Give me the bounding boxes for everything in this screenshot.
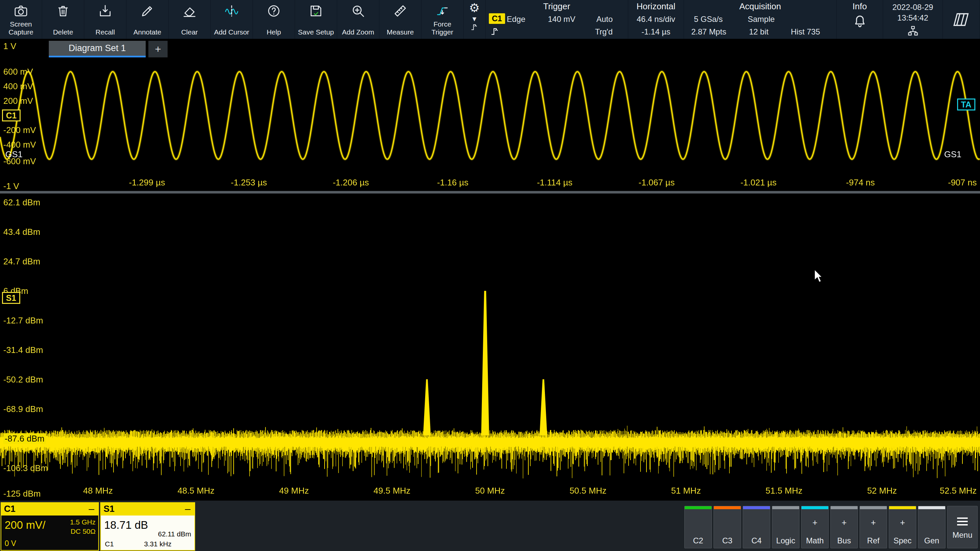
measure-button[interactable]: Measure <box>379 0 422 39</box>
acquisition-mode[interactable]: Sample <box>748 14 775 24</box>
acquisition-sample-rate[interactable]: 5 GSa/s <box>694 14 723 24</box>
c1-offset: 0 V <box>5 539 16 548</box>
spec-x-tick: 51.5 MHz <box>765 486 802 496</box>
trigger-section[interactable]: Trigger C1 Edge 140 mV Auto Trg'd <box>485 0 628 39</box>
c1-minimize-button[interactable]: – <box>86 504 97 514</box>
trigger-annotation-badge[interactable]: TA <box>957 98 975 110</box>
ruler-icon <box>393 3 407 19</box>
channel-button-c3[interactable]: C3 <box>714 506 741 548</box>
annotate-button[interactable]: Annotate <box>126 0 169 39</box>
trigger-title: Trigger <box>485 1 628 12</box>
waveform-plot[interactable] <box>0 39 980 191</box>
spec-x-tick: 52.5 MHz <box>940 486 977 496</box>
trash-icon <box>56 3 70 19</box>
magnifier-icon <box>351 3 365 19</box>
spec-y-tick: 24.7 dBm <box>3 256 40 267</box>
spec-y-tick: -106.3 dBm <box>3 463 48 473</box>
wave-y-tick: -600 mV <box>3 156 36 167</box>
logic-button[interactable]: Logic <box>772 506 799 548</box>
help-label: Help <box>266 28 281 36</box>
wave-x-tick: -1.021 µs <box>740 178 776 188</box>
acquisition-history[interactable]: Hist 735 <box>791 27 820 37</box>
wave-x-tick: -907 ns <box>948 178 977 188</box>
acquisition-record-length[interactable]: 2.87 Mpts <box>691 27 726 37</box>
channel-info-box-c1[interactable]: C1 – 200 mV/ 1.5 GHz DC 50Ω 0 V <box>1 502 99 551</box>
add-cursor-button[interactable]: Add Cursor <box>211 0 253 39</box>
recall-button[interactable]: Recall <box>84 0 126 39</box>
wave-y-tick: -400 mV <box>3 139 36 150</box>
wave-x-tick: -1.16 µs <box>437 178 468 188</box>
channel-button-c4[interactable]: C4 <box>743 506 770 548</box>
spec-x-tick: 50.5 MHz <box>570 486 606 496</box>
add-spec-button[interactable]: + Spec <box>889 506 916 548</box>
trigger-type[interactable]: Edge <box>507 14 525 24</box>
toolbar-config-column: ⚙ ▼ <box>464 0 485 39</box>
s1-box-body: 18.71 dB 62.11 dBm C1 3.31 kHz <box>100 516 195 551</box>
bell-icon[interactable] <box>853 14 867 30</box>
wave-y-tick: 400 mV <box>3 81 33 92</box>
gate-start-label-right[interactable]: GS1 <box>944 149 961 160</box>
c4-color-strip <box>743 506 770 509</box>
chevron-down-icon[interactable]: ▼ <box>471 15 478 23</box>
spec-y-tick: -31.4 dBm <box>3 345 43 355</box>
horizontal-title: Horizontal <box>628 1 684 12</box>
s1-source: C1 <box>105 540 114 548</box>
add-math-button[interactable]: + Math <box>801 506 829 548</box>
recall-icon <box>98 3 113 19</box>
spec-y-tick: 43.4 dBm <box>3 227 40 237</box>
spec-x-tick: 48 MHz <box>83 486 113 496</box>
add-ref-button[interactable]: + Ref <box>859 506 887 548</box>
spec-y-tick-noise-floor: -87.6 dBm <box>3 433 46 444</box>
info-section[interactable]: Info <box>837 0 883 39</box>
add-tab-button[interactable]: + <box>148 41 168 57</box>
spectrum-marker-s1[interactable]: S1 <box>2 292 20 304</box>
channel-button-c2[interactable]: C2 <box>684 506 712 548</box>
camera-icon <box>14 3 28 19</box>
save-setup-button[interactable]: Save Setup <box>295 0 337 39</box>
network-icon[interactable] <box>907 25 919 38</box>
save-icon <box>309 3 323 19</box>
menu-button[interactable]: Menu <box>947 506 978 548</box>
brand-logo <box>943 0 980 39</box>
help-button[interactable]: Help <box>253 0 295 39</box>
measurement-box-s1[interactable]: S1 – 18.71 dB 62.11 dBm C1 3.31 kHz <box>100 502 195 551</box>
add-zoom-button[interactable]: Add Zoom <box>337 0 379 39</box>
gen-button[interactable]: Gen <box>918 506 945 548</box>
annotate-label: Annotate <box>134 28 161 36</box>
s1-value: 18.71 dB <box>104 519 148 532</box>
trigger-mode[interactable]: Auto <box>597 14 612 24</box>
spectrum-plot[interactable] <box>0 194 980 500</box>
c2-color-strip <box>685 506 711 509</box>
channel-marker-c1[interactable]: C1 <box>2 110 21 121</box>
wave-y-tick: 200 mV <box>3 95 33 106</box>
acquisition-resolution[interactable]: 12 bit <box>749 27 768 37</box>
eraser-icon <box>182 3 197 19</box>
gear-icon[interactable]: ⚙ <box>469 1 480 14</box>
time-display: 13:54:42 <box>883 13 942 22</box>
add-bus-button[interactable]: + Bus <box>830 506 858 548</box>
spectrum-diagram: 62.1 dBm 43.4 dBm 24.7 dBm 6 dBm S1 -12.… <box>0 194 980 500</box>
wave-x-tick: -1.253 µs <box>231 178 267 188</box>
horizontal-section[interactable]: Horizontal 46.4 ns/div -1.14 µs <box>628 0 684 39</box>
force-trigger-button[interactable]: Force Trigger <box>422 0 464 39</box>
diagram-splitter[interactable] <box>0 191 980 194</box>
clear-button[interactable]: Clear <box>169 0 211 39</box>
acquisition-section[interactable]: Acquisition 5 GSa/s 2.87 Mpts Sample 12 … <box>684 0 837 39</box>
s1-rbw: 3.31 kHz <box>144 540 172 548</box>
s1-box-title: S1 <box>103 504 115 514</box>
s1-minimize-button[interactable]: – <box>182 504 193 514</box>
spec-y-tick: -125 dBm <box>3 488 41 499</box>
s1-level: 62.11 dBm <box>158 530 191 538</box>
footer-bar: C1 – 200 mV/ 1.5 GHz DC 50Ω 0 V S1 – 18.… <box>0 500 980 551</box>
screen-capture-button[interactable]: Screen Capture <box>0 0 42 39</box>
waveform-diagram: Diagram Set 1 + 1 V 600 mV 400 mV 200 mV… <box>0 39 980 191</box>
trigger-level[interactable]: 140 mV <box>548 14 576 24</box>
trigger-source-badge[interactable]: C1 <box>489 13 505 24</box>
horizontal-scale[interactable]: 46.4 ns/div <box>628 14 684 24</box>
spec-x-tick: 51 MHz <box>671 486 701 496</box>
delete-button[interactable]: Delete <box>42 0 84 39</box>
c1-box-header: C1 – <box>1 502 99 516</box>
c1-box-body: 200 mV/ 1.5 GHz DC 50Ω 0 V <box>1 516 99 551</box>
tab-diagram-set-1[interactable]: Diagram Set 1 <box>49 41 146 57</box>
horizontal-position[interactable]: -1.14 µs <box>628 27 684 37</box>
